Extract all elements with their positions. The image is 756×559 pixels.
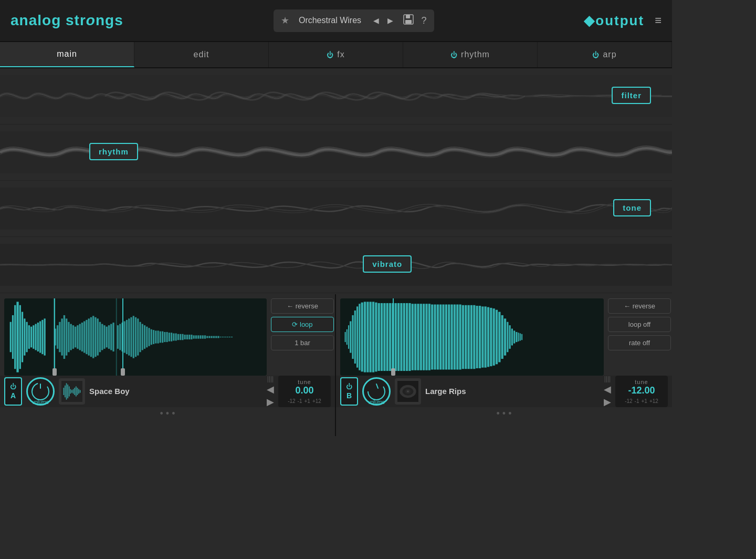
svg-rect-89 bbox=[197, 335, 199, 338]
svg-rect-151 bbox=[420, 304, 422, 370]
vibrato-waveform[interactable]: vibrato bbox=[0, 244, 672, 286]
svg-rect-146 bbox=[406, 303, 408, 371]
svg-rect-36 bbox=[77, 325, 78, 349]
preset-next-button[interactable]: ▶ bbox=[385, 15, 395, 26]
svg-rect-103 bbox=[229, 337, 230, 337]
svg-rect-45 bbox=[97, 318, 99, 355]
channel-b-loop-off-button[interactable]: loop off bbox=[608, 317, 671, 332]
channel-a-tune-step-4[interactable]: +12 bbox=[312, 398, 321, 404]
preset-save-button[interactable] bbox=[403, 14, 414, 28]
channel-a-more-dots[interactable]: • • • bbox=[0, 407, 335, 420]
svg-rect-74 bbox=[164, 332, 165, 342]
channel-b-volume-knob[interactable]: volume bbox=[362, 377, 391, 406]
channel-a-power-button[interactable]: ⏻ A bbox=[4, 377, 22, 406]
svg-rect-116 bbox=[74, 388, 75, 395]
channel-b-tune-step-1[interactable]: -12 bbox=[625, 398, 632, 404]
svg-rect-183 bbox=[509, 325, 510, 349]
svg-rect-57 bbox=[126, 320, 128, 354]
svg-rect-56 bbox=[124, 321, 125, 353]
channel-a-dots-icon[interactable]: • • • bbox=[159, 407, 176, 420]
svg-rect-152 bbox=[423, 304, 425, 370]
channel-a-controls: ← reverse ⟳ loop 1 bar bbox=[267, 294, 335, 376]
svg-rect-25 bbox=[116, 298, 117, 376]
channel-a-tune-step-2[interactable]: -1 bbox=[298, 398, 302, 404]
tab-main[interactable]: main bbox=[0, 42, 134, 67]
channel-b-more-dots[interactable]: • • • bbox=[336, 407, 672, 420]
channel-a-sample-next[interactable]: ▶ bbox=[267, 396, 274, 408]
channel-b-volume-label: volume bbox=[368, 399, 385, 405]
rhythm-waveform[interactable]: rhythm bbox=[0, 131, 672, 173]
channel-a-volume-knob[interactable]: volume bbox=[26, 377, 55, 406]
svg-rect-31 bbox=[66, 318, 67, 355]
svg-rect-33 bbox=[70, 324, 72, 350]
svg-rect-28 bbox=[59, 322, 60, 353]
tab-rhythm[interactable]: ⏻ rhythm bbox=[403, 42, 538, 67]
channel-a: ← reverse ⟳ loop 1 bar ⏻ A volume bbox=[0, 294, 336, 436]
svg-rect-90 bbox=[200, 335, 201, 338]
channel-a-sample-prev[interactable]: ◀ bbox=[267, 384, 274, 395]
svg-rect-23 bbox=[44, 318, 46, 355]
channel-b-dots-icon[interactable]: • • • bbox=[496, 407, 513, 420]
tab-arp[interactable]: ⏻ arp bbox=[538, 42, 672, 67]
channel-a-tune-step-1[interactable]: -12 bbox=[288, 398, 295, 404]
svg-rect-178 bbox=[496, 310, 498, 365]
filter-waveform[interactable]: filter bbox=[0, 75, 672, 117]
svg-rect-173 bbox=[481, 306, 484, 367]
svg-rect-17 bbox=[30, 327, 32, 348]
svg-rect-69 bbox=[153, 330, 154, 344]
playhead-handle-2[interactable] bbox=[121, 368, 125, 376]
svg-rect-30 bbox=[64, 315, 65, 359]
channel-b-tune-step-4[interactable]: +12 bbox=[649, 398, 658, 404]
svg-rect-124 bbox=[348, 325, 349, 349]
channel-b-playhead-handle[interactable] bbox=[391, 368, 395, 376]
channel-b-controls-panel: ← reverse loop off rate off bbox=[604, 294, 672, 376]
channel-b-rate-off-button[interactable]: rate off bbox=[608, 335, 671, 350]
channel-b: ← reverse loop off rate off ⏻ B volume bbox=[336, 294, 672, 436]
tone-label[interactable]: tone bbox=[613, 199, 651, 216]
tab-edit[interactable]: edit bbox=[134, 42, 269, 67]
svg-rect-47 bbox=[101, 324, 103, 350]
svg-rect-122 bbox=[345, 332, 346, 342]
svg-rect-88 bbox=[195, 335, 197, 338]
rhythm-label[interactable]: rhythm bbox=[89, 143, 138, 160]
tone-waveform[interactable]: tone bbox=[0, 188, 672, 230]
svg-rect-154 bbox=[428, 304, 430, 370]
svg-rect-102 bbox=[226, 337, 228, 337]
track-vibrato: vibrato bbox=[0, 237, 672, 293]
svg-rect-53 bbox=[117, 325, 119, 349]
svg-rect-37 bbox=[79, 324, 81, 350]
tab-fx[interactable]: ⏻ fx bbox=[269, 42, 403, 67]
playhead-handle-1[interactable] bbox=[52, 368, 57, 376]
svg-rect-85 bbox=[188, 335, 190, 339]
menu-button[interactable]: ≡ bbox=[655, 14, 662, 27]
channel-b-sample-prev[interactable]: ◀ bbox=[604, 384, 611, 395]
vibrato-label[interactable]: vibrato bbox=[363, 255, 412, 273]
svg-rect-167 bbox=[465, 305, 467, 369]
channel-a-reverse-button[interactable]: ← reverse bbox=[271, 298, 334, 314]
channel-b-sample-next[interactable]: ▶ bbox=[604, 396, 611, 408]
track-rhythm: rhythm bbox=[0, 125, 672, 181]
channel-b-tune-step-2[interactable]: -1 bbox=[635, 398, 639, 404]
channel-a-loop-button[interactable]: ⟳ loop bbox=[271, 317, 334, 332]
filter-label[interactable]: filter bbox=[612, 87, 651, 104]
preset-help-button[interactable]: ? bbox=[422, 15, 427, 26]
channel-a-loop-bar-button[interactable]: 1 bar bbox=[271, 335, 334, 350]
channel-b-tune-step-3[interactable]: +1 bbox=[641, 398, 647, 404]
svg-rect-169 bbox=[470, 305, 472, 369]
svg-rect-181 bbox=[504, 318, 506, 355]
preset-favorite-icon[interactable]: ★ bbox=[281, 15, 289, 26]
svg-rect-18 bbox=[33, 325, 34, 349]
svg-rect-117 bbox=[76, 386, 77, 396]
channel-b-power-button[interactable]: ⏻ B bbox=[340, 377, 358, 406]
channel-b-waveform[interactable] bbox=[340, 298, 604, 376]
output-logo-text: output bbox=[595, 13, 644, 28]
channel-a-waveform[interactable] bbox=[4, 298, 267, 376]
svg-rect-179 bbox=[498, 312, 500, 363]
channel-b-reverse-button[interactable]: ← reverse bbox=[608, 298, 671, 314]
channel-a-tune-step-3[interactable]: +1 bbox=[304, 398, 310, 404]
svg-rect-9 bbox=[12, 315, 14, 359]
svg-rect-182 bbox=[507, 322, 508, 353]
svg-rect-134 bbox=[372, 302, 374, 372]
svg-rect-186 bbox=[516, 332, 517, 342]
preset-prev-button[interactable]: ◀ bbox=[371, 15, 381, 26]
